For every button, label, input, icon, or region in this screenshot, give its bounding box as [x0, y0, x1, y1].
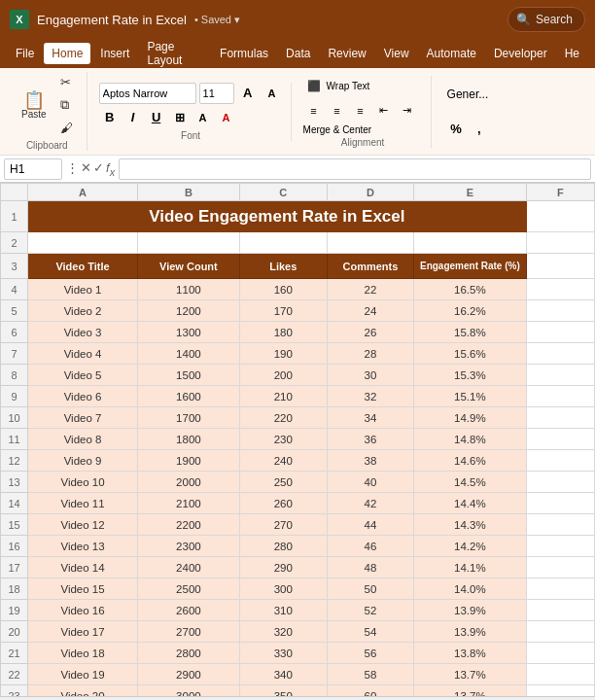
cell-likes-18[interactable]: 300 — [239, 578, 327, 600]
cell-title-5[interactable]: Video 2 — [28, 300, 138, 322]
cell-title-11[interactable]: Video 8 — [28, 429, 138, 450]
menu-page-layout[interactable]: Page Layout — [139, 36, 210, 71]
cell-views-7[interactable]: 1400 — [137, 343, 239, 365]
cell-likes-5[interactable]: 170 — [239, 300, 327, 322]
cell-title-16[interactable]: Video 13 — [28, 536, 138, 557]
cell-rate-4[interactable]: 16.5% — [414, 279, 526, 300]
fill-color-button[interactable]: A — [192, 107, 214, 128]
cut-button[interactable]: ✂ — [54, 72, 79, 92]
cell-comments-19[interactable]: 52 — [327, 600, 414, 621]
wrap-text-button[interactable]: ⬛ — [303, 76, 325, 97]
cell-views-17[interactable]: 2400 — [137, 557, 239, 578]
header-view-count[interactable]: View Count — [137, 254, 239, 279]
cell-likes-7[interactable]: 190 — [239, 343, 327, 365]
cancel-formula-icon[interactable]: ✕ — [81, 160, 91, 178]
cell-rate-16[interactable]: 14.2% — [414, 536, 526, 557]
cell-views-20[interactable]: 2700 — [137, 621, 239, 643]
menu-file[interactable]: File — [8, 43, 42, 64]
cell-rate-8[interactable]: 15.3% — [414, 365, 526, 386]
cell-views-10[interactable]: 1700 — [137, 407, 239, 429]
cell-views-9[interactable]: 1600 — [137, 386, 239, 407]
cell-title-6[interactable]: Video 3 — [28, 322, 138, 343]
cell-views-14[interactable]: 2100 — [137, 493, 239, 514]
cell-likes-14[interactable]: 260 — [239, 493, 327, 514]
cell-rate-23[interactable]: 13.7% — [414, 685, 526, 697]
formula-menu-icon[interactable]: ⋮ — [66, 160, 79, 178]
cell-views-18[interactable]: 2500 — [137, 578, 239, 600]
align-left-button[interactable]: ≡ — [303, 100, 325, 122]
cell-views-11[interactable]: 1800 — [137, 429, 239, 450]
cell-rate-22[interactable]: 13.7% — [414, 664, 526, 685]
cell-likes-20[interactable]: 320 — [239, 621, 327, 643]
font-size-select[interactable] — [199, 83, 234, 104]
cell-title-10[interactable]: Video 7 — [28, 407, 138, 429]
font-color-button[interactable]: A — [216, 107, 237, 128]
cell-comments-9[interactable]: 32 — [327, 386, 414, 407]
cell-views-13[interactable]: 2000 — [137, 472, 239, 493]
cell-comments-13[interactable]: 40 — [327, 472, 414, 493]
cell-likes-22[interactable]: 340 — [239, 664, 327, 685]
cell-likes-10[interactable]: 220 — [239, 407, 327, 429]
cell-title-13[interactable]: Video 10 — [28, 472, 138, 493]
cell-rate-5[interactable]: 16.2% — [414, 300, 526, 322]
cell-comments-10[interactable]: 34 — [327, 407, 414, 429]
col-header-b[interactable]: B — [137, 184, 239, 201]
header-comments[interactable]: Comments — [327, 254, 414, 279]
cell-comments-14[interactable]: 42 — [327, 493, 414, 514]
cell-comments-18[interactable]: 50 — [327, 578, 414, 600]
cell-comments-5[interactable]: 24 — [327, 300, 414, 322]
border-button[interactable]: ⊞ — [169, 107, 191, 128]
search-box[interactable]: 🔍 Search — [508, 7, 585, 32]
font-name-select[interactable] — [99, 83, 196, 104]
cell-title-14[interactable]: Video 11 — [28, 493, 138, 514]
cell-rate-6[interactable]: 15.8% — [414, 322, 526, 343]
cell-comments-8[interactable]: 30 — [327, 365, 414, 386]
cell-comments-11[interactable]: 36 — [327, 429, 414, 450]
general-format[interactable]: Gener... — [443, 84, 493, 105]
align-center-button[interactable]: ≡ — [327, 100, 348, 122]
decrease-indent-button[interactable]: ⇤ — [373, 100, 395, 122]
cell-likes-13[interactable]: 250 — [239, 472, 327, 493]
menu-help[interactable]: He — [557, 43, 587, 64]
cell-likes-17[interactable]: 290 — [239, 557, 327, 578]
cell-comments-22[interactable]: 58 — [327, 664, 414, 685]
cell-reference[interactable]: H1 — [4, 158, 62, 180]
header-engagement-rate[interactable]: Engagement Rate (%) — [414, 254, 526, 279]
cell-likes-23[interactable]: 350 — [239, 685, 327, 697]
italic-button[interactable]: I — [122, 107, 144, 128]
cell-comments-4[interactable]: 22 — [327, 279, 414, 300]
paste-button[interactable]: 📋 Paste — [16, 88, 52, 122]
cell-likes-21[interactable]: 330 — [239, 643, 327, 664]
cell-title-12[interactable]: Video 9 — [28, 450, 138, 472]
cell-title-15[interactable]: Video 12 — [28, 514, 138, 536]
cell-views-8[interactable]: 1500 — [137, 365, 239, 386]
cell-views-4[interactable]: 1100 — [137, 279, 239, 300]
cell-rate-13[interactable]: 14.5% — [414, 472, 526, 493]
menu-home[interactable]: Home — [44, 43, 90, 64]
col-header-d[interactable]: D — [327, 184, 414, 201]
menu-automate[interactable]: Automate — [419, 43, 484, 64]
cell-comments-7[interactable]: 28 — [327, 343, 414, 365]
increase-font-button[interactable]: A — [237, 83, 259, 104]
col-header-f[interactable]: F — [526, 184, 594, 201]
cell-comments-16[interactable]: 46 — [327, 536, 414, 557]
cell-rate-9[interactable]: 15.1% — [414, 386, 526, 407]
col-header-c[interactable]: C — [239, 184, 327, 201]
menu-review[interactable]: Review — [320, 43, 373, 64]
cell-title-20[interactable]: Video 17 — [28, 621, 138, 643]
cell-views-12[interactable]: 1900 — [137, 450, 239, 472]
cell-likes-15[interactable]: 270 — [239, 514, 327, 536]
cell-likes-11[interactable]: 230 — [239, 429, 327, 450]
cell-views-22[interactable]: 2900 — [137, 664, 239, 685]
cell-comments-6[interactable]: 26 — [327, 322, 414, 343]
align-right-button[interactable]: ≡ — [350, 100, 371, 122]
cell-likes-9[interactable]: 210 — [239, 386, 327, 407]
cell-title-19[interactable]: Video 16 — [28, 600, 138, 621]
cell-views-6[interactable]: 1300 — [137, 322, 239, 343]
insert-function-icon[interactable]: fx — [106, 160, 115, 178]
cell-title-21[interactable]: Video 18 — [28, 643, 138, 664]
menu-data[interactable]: Data — [278, 43, 318, 64]
col-header-e[interactable]: E — [414, 184, 526, 201]
cell-rate-7[interactable]: 15.6% — [414, 343, 526, 365]
cell-rate-10[interactable]: 14.9% — [414, 407, 526, 429]
